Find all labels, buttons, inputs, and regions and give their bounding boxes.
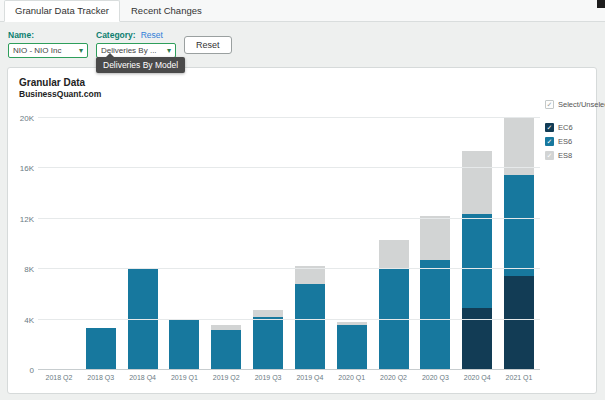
bar-segment-es8[interactable] [379,240,409,268]
bar-2019-q4[interactable] [295,118,325,370]
name-label: Name: [8,30,34,40]
bar-slot [163,118,205,370]
x-tick-label: 2020 Q3 [414,374,456,381]
x-tick-label: 2018 Q2 [38,374,80,381]
bar-2019-q1[interactable] [169,118,199,370]
x-tick-label: 2021 Q1 [498,374,540,381]
bar-slot [414,118,456,370]
bar-segment-es6[interactable] [462,214,492,309]
chart-card: Granular Data BusinessQuant.com 04K8K12K… [7,67,597,394]
y-tick-label: 4K [24,315,34,324]
bar-slot [205,118,247,370]
x-tick-label: 2020 Q1 [331,374,373,381]
tab-granular-data-tracker[interactable]: Granular Data Tracker [4,0,120,22]
legend-item-es6[interactable]: ✓ES6 [545,137,597,146]
category-reset-link[interactable]: Reset [141,30,163,40]
bar-slot [289,118,331,370]
x-tick-label: 2019 Q2 [205,374,247,381]
bar-2021-q1[interactable] [504,118,534,370]
bar-slot [122,118,164,370]
y-tick-label: 20K [20,114,34,123]
legend-select-all[interactable]: ✓ Select/Unselect All [545,100,597,109]
legend-item-es8[interactable]: ✓ES8 [545,151,597,160]
bar-slot [331,118,373,370]
category-tooltip: Deliveries By Model [96,57,185,73]
bar-segment-es6[interactable] [86,328,116,370]
gridline [38,319,540,320]
bar-2020-q4[interactable] [462,118,492,370]
x-tick-label: 2019 Q1 [163,374,205,381]
y-tick-label: 12K [20,214,34,223]
name-select-value: NIO - NIO Inc [13,46,61,55]
x-tick-label: 2020 Q2 [373,374,415,381]
checkbox-icon: ✓ [545,137,554,146]
bar-segment-es6[interactable] [169,320,199,370]
category-label: Category: [96,30,136,40]
chevron-down-icon: ▾ [79,47,83,55]
bar-segment-es8[interactable] [462,151,492,214]
gridline [38,268,540,269]
checkbox-icon: ✓ [545,151,554,160]
category-control: Category:Reset Deliveries By ... ▾ Deliv… [96,24,176,58]
bars-row [38,118,540,370]
tab-bar: Granular Data Tracker Recent Changes [0,0,605,22]
bar-segment-ec6[interactable] [504,276,534,371]
y-tick-label: 0 [30,366,34,375]
bar-segment-es6[interactable] [420,260,450,370]
checkbox-icon: ✓ [545,100,554,109]
bar-slot [456,118,498,370]
bar-2018-q3[interactable] [86,118,116,370]
gridline [38,167,540,168]
name-select[interactable]: NIO - NIO Inc ▾ [8,43,88,58]
bar-2019-q2[interactable] [211,118,241,370]
plot-area: 04K8K12K16K20K [38,118,540,370]
bar-segment-es6[interactable] [295,284,325,370]
bar-2019-q3[interactable] [253,118,283,370]
x-tick-label: 2020 Q4 [456,374,498,381]
bar-2018-q2[interactable] [44,118,74,370]
name-control: Name: NIO - NIO Inc ▾ [8,24,88,58]
legend-item-label: ES6 [558,137,572,146]
legend-item-ec6[interactable]: ✓EC6 [545,123,597,132]
bar-segment-es8[interactable] [504,118,534,175]
bar-segment-es6[interactable] [504,175,534,276]
x-tick-label: 2018 Q4 [122,374,164,381]
legend-item-label: EC6 [558,123,573,132]
filter-controls: Name: NIO - NIO Inc ▾ Category:Reset Del… [8,24,597,64]
gridline [38,218,540,219]
reset-button[interactable]: Reset [184,36,232,54]
bar-slot [498,118,540,370]
legend-item-label: ES8 [558,151,572,160]
x-tick-label: 2018 Q3 [80,374,122,381]
x-tick-label: 2019 Q3 [247,374,289,381]
bar-slot [373,118,415,370]
checkbox-icon: ✓ [545,123,554,132]
bar-segment-es6[interactable] [337,325,367,370]
bar-segment-ec6[interactable] [462,308,492,370]
x-tick-label: 2019 Q4 [289,374,331,381]
chart-title: Granular Data [19,77,85,88]
bar-2018-q4[interactable] [128,118,158,370]
bar-slot [247,118,289,370]
bar-segment-es6[interactable] [211,330,241,370]
bar-segment-es8[interactable] [420,216,450,260]
gridline [38,369,540,370]
chart-subtitle: BusinessQuant.com [19,89,101,99]
y-tick-label: 16K [20,164,34,173]
bar-2020-q3[interactable] [420,118,450,370]
screen-corner-artifact [597,0,605,8]
bar-2020-q1[interactable] [337,118,367,370]
bar-slot [38,118,80,370]
x-axis-labels: 2018 Q22018 Q32018 Q42019 Q12019 Q22019 … [38,374,540,381]
bar-segment-es8[interactable] [253,310,283,318]
chevron-down-icon: ▾ [167,47,171,55]
legend-select-all-label: Select/Unselect All [558,100,605,109]
gridline [38,117,540,118]
legend: ✓ Select/Unselect All ✓EC6✓ES6✓ES8 [545,100,597,165]
bar-segment-es6[interactable] [253,317,283,370]
bar-slot [80,118,122,370]
y-tick-label: 8K [24,265,34,274]
tab-recent-changes[interactable]: Recent Changes [120,0,213,22]
legend-gap [545,115,597,123]
bar-2020-q2[interactable] [379,118,409,370]
